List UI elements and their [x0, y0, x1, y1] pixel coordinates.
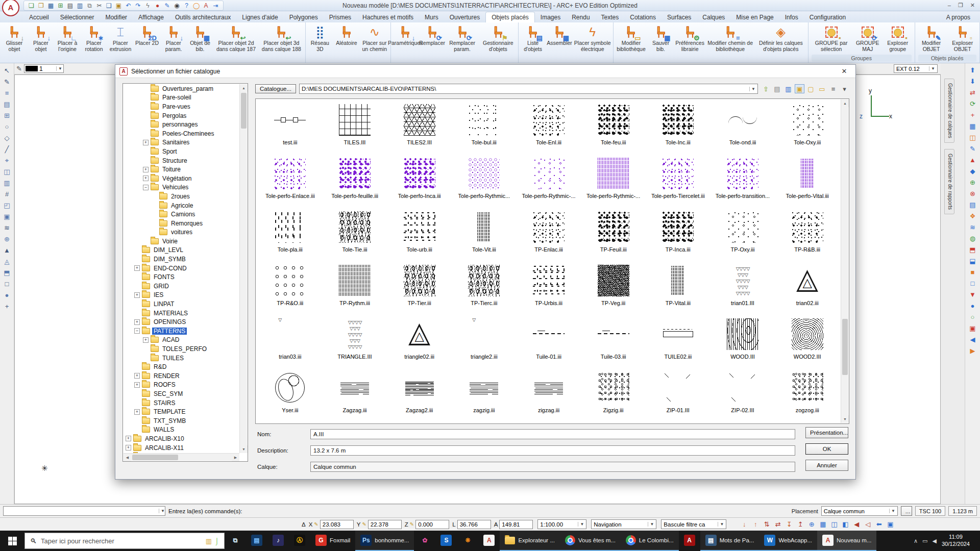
tree-item-grid[interactable]: GRID	[124, 282, 239, 291]
tab-s-lectionner[interactable]: Sélectionner	[55, 12, 100, 22]
coord-value-l[interactable]: 36.766	[457, 520, 491, 529]
scroll-up-icon[interactable]: ▲	[841, 99, 849, 107]
tab-textes[interactable]: Textes	[596, 12, 625, 22]
dot-icon[interactable]: ●	[2, 290, 13, 300]
pattern-wood2-iii[interactable]: WOOD2.III	[775, 315, 840, 369]
tree-item-walls[interactable]: WALLS	[124, 425, 239, 435]
ribbon-remplacer-param[interactable]: ⟳Remplacer param.	[446, 23, 479, 55]
pattern-tp-r-o-iii[interactable]: TP-R&O.iii	[258, 262, 323, 315]
tab-cotations[interactable]: Cotations	[624, 12, 662, 22]
tree-item-2roues[interactable]: 2roues	[124, 192, 239, 201]
arc-logo-icon[interactable]: A	[202, 1, 210, 10]
ribbon-r-seau-3d[interactable]: ⣿Réseau 3D	[307, 23, 333, 55]
edit-icon[interactable]: ✎	[967, 143, 978, 154]
arrow-l-icon[interactable]: ◀	[967, 334, 978, 345]
tri-shape-icon[interactable]: ◬	[2, 256, 13, 267]
pattern-zagzig-iii[interactable]: zagzig.iii	[452, 369, 517, 422]
taskbar-search[interactable]: 🔍︎ Taper ici pour rechercher ▥⌡	[24, 533, 225, 549]
hatch-icon[interactable]: ▥	[2, 178, 13, 188]
plus2-icon[interactable]: ⊕	[967, 177, 978, 188]
tree-item-arcalib-x11[interactable]: +ARCALIB-X11	[124, 443, 239, 453]
catalogue-button[interactable]: Catalogue...	[255, 84, 296, 93]
pattern-tole-urb-iii[interactable]: Tole-urb.iii	[387, 208, 452, 262]
tab-mise-en-page[interactable]: Mise en Page	[730, 12, 779, 22]
app-explorer[interactable]: Explorateur ...	[500, 531, 560, 551]
app-paw[interactable]: ❋	[457, 531, 478, 551]
ribbon-groupe-maj[interactable]: ⟳GROUPE MAJ	[853, 23, 881, 55]
expand-icon[interactable]: +	[134, 292, 140, 298]
pattern-tp-tierc-iii[interactable]: TP-Tierc.iii	[452, 262, 517, 315]
mode-combo[interactable]: Navigation ▼	[591, 519, 656, 529]
placement-layer-combo[interactable]: Calque commun ▼	[821, 506, 898, 516]
display-icon[interactable]: ▭	[922, 538, 927, 544]
sort-icon[interactable]: ≡	[828, 84, 838, 93]
half-top-icon[interactable]: ⬒	[2, 267, 13, 278]
diamond-icon[interactable]: ◇	[2, 133, 13, 143]
expand-icon[interactable]: +	[134, 409, 140, 415]
ribbon-placer-l-origine[interactable]: ∟Placer à l'origine	[54, 23, 81, 55]
close-button[interactable]: ✕	[970, 2, 975, 9]
mag-icon[interactable]: ▦	[818, 519, 828, 529]
dialog-title-bar[interactable]: A Sélectionner un fichier catalogue ✕	[115, 65, 855, 78]
pattern-tp-rythm-iii[interactable]: TP-Rythm.iii	[323, 262, 387, 315]
pattern-tp-feuil-iii[interactable]: TP-Feuil.iii	[581, 208, 646, 262]
ribbon-exploser-groupe[interactable]: ▪Exploser groupe	[882, 23, 914, 55]
panel-tab-gestionnaire-de-rapports[interactable]: Gestionnaire de rapports	[944, 149, 954, 214]
tab-outils-architecturaux[interactable]: Outils architecturaux	[169, 12, 236, 22]
coord-value-z[interactable]: 0.000	[415, 520, 449, 529]
tree-item-structure[interactable]: Structure	[124, 156, 239, 165]
app-chrome-1[interactable]: Vous êtes m...	[560, 531, 621, 551]
ribbon-placer-2d[interactable]: 2DPlacer 2D	[134, 23, 160, 55]
catalogue-path-combo[interactable]: D:\MES DOCUMENTS\ARCALIB-EVO\PATTERNS\ ▼	[299, 84, 758, 94]
ring-icon[interactable]: ○	[967, 312, 978, 322]
ribbon-sauver-bib[interactable]: ▦Sauver bib.	[648, 23, 674, 55]
ribbon-modifier-chemin-de-biblioth-que[interactable]: ≡Modifier chemin de bibliothèque	[706, 23, 755, 55]
pattern-tole-perfo-rythmic[interactable]: Tole-perfo-Rythmic...	[452, 155, 517, 208]
obj-drop-icon[interactable]: ↧	[784, 519, 794, 529]
scale-combo[interactable]: 1:100.00 ▼	[537, 519, 586, 529]
snapshot-icon[interactable]: ⧉	[85, 1, 94, 10]
tab-surfaces[interactable]: Surfaces	[662, 12, 697, 22]
arrow-r-icon[interactable]: ▶	[967, 345, 978, 356]
pattern-trian03-iii[interactable]: trian03.iii	[258, 315, 323, 369]
tree-item-stairs[interactable]: STAIRS	[124, 398, 239, 408]
tree-item-pare-vues[interactable]: Pare-vues	[124, 102, 239, 111]
pen-style-icon[interactable]: ✎	[16, 65, 22, 72]
pattern-zigzag-iii[interactable]: zigzag.iii	[517, 369, 581, 422]
tri2-icon[interactable]: ▼	[967, 289, 978, 300]
undo-icon[interactable]: ↶	[124, 1, 133, 10]
tree-item-txt-symb[interactable]: TXT_SYMB	[124, 416, 239, 425]
tree-item-remorques[interactable]: Remorques	[124, 219, 239, 228]
ribbon-remplacer[interactable]: ⟳Remplacer	[419, 23, 446, 55]
half2-icon[interactable]: ⬓	[967, 256, 978, 266]
volume-icon[interactable]: ◀	[932, 538, 936, 544]
scroll-down-icon[interactable]: ▼	[841, 415, 849, 423]
tree-item-agricole[interactable]: Agricole	[124, 201, 239, 210]
delta-icon[interactable]: Δ	[302, 521, 306, 528]
taskbar-clock[interactable]: 11:09 30/12/2024	[942, 534, 970, 548]
tree-item-vehicules[interactable]: −Vehicules	[124, 183, 239, 192]
pattern-tuile-03-iii[interactable]: Tuile-03.iii	[581, 315, 646, 369]
pattern-zagzag2-iii[interactable]: Zagzag2.iii	[387, 369, 452, 422]
split-icon[interactable]: ◧	[840, 519, 850, 529]
sheet-icon[interactable]: ▤	[2, 99, 13, 110]
tab-calques[interactable]: Calques	[697, 12, 730, 22]
pattern-trian02-iii[interactable]: trian02.iii	[775, 262, 840, 315]
ribbon-placer-symbole-lectrique[interactable]: ϟPlacer symbole électrique	[573, 23, 612, 55]
expand-icon[interactable]: +	[134, 382, 140, 388]
tab-murs[interactable]: Murs	[419, 12, 444, 22]
tree-item-ies[interactable]: +IES	[124, 291, 239, 300]
pattern-tuile02-iii[interactable]: TUILE02.iii	[646, 315, 710, 369]
app-photos[interactable]: ✿	[414, 531, 435, 551]
document-icon[interactable]: ▥	[76, 1, 84, 10]
obj-swap-icon[interactable]: ⇅	[762, 519, 772, 529]
up-level-icon[interactable]: ⇧	[761, 84, 771, 93]
stop-icon[interactable]: ●	[153, 1, 162, 10]
tree-item-dim-levl[interactable]: DIM_LEVL	[124, 246, 239, 255]
tri-up-icon[interactable]: ▲	[2, 245, 13, 256]
app-red-a[interactable]: A	[679, 531, 700, 551]
scroll-up-icon[interactable]: ▲	[240, 84, 248, 92]
tree-item-camions[interactable]: Camions	[124, 210, 239, 219]
pattern-tole-feu-iii[interactable]: Tole-feu.iii	[581, 101, 646, 155]
tree-item-fonts[interactable]: FONTS	[124, 272, 239, 282]
